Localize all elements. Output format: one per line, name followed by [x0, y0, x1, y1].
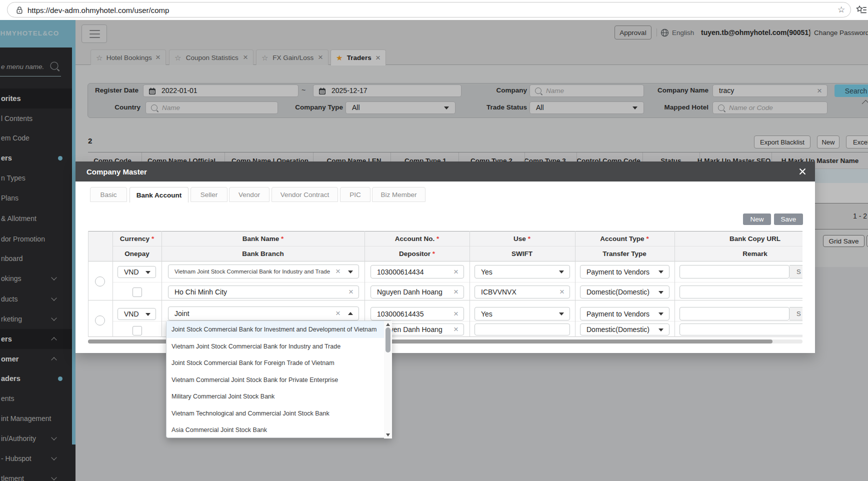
select-value: Payment to Vendors: [586, 310, 650, 318]
grid-header-currency: Currency *: [120, 235, 154, 242]
scrollbar-thumb[interactable]: [386, 328, 390, 352]
clear-icon[interactable]: ×: [454, 326, 458, 334]
dropdown-option[interactable]: Vietnam Commercial Joint Stock Bank for …: [166, 372, 384, 388]
required-marker: *: [528, 235, 530, 242]
url-search-button[interactable]: S: [790, 307, 802, 320]
grid-header-transfer_type: Transfer Type: [602, 250, 646, 258]
modal-tab-basic[interactable]: Basic: [90, 187, 127, 202]
close-icon[interactable]: [798, 168, 806, 176]
swift-input[interactable]: [474, 324, 570, 336]
header-text: Onepay: [124, 250, 150, 258]
dropdown-option[interactable]: Asia Commercial Joint Stock Bank: [166, 422, 384, 438]
grid-line: [112, 246, 802, 246]
bank-copy-url-input[interactable]: [680, 265, 790, 278]
dropdown-option[interactable]: Vietnam Technological and Commercial Joi…: [166, 405, 384, 422]
input-value: ICBVVNVX: [481, 288, 516, 296]
modal-save-button[interactable]: Save: [774, 214, 803, 225]
input-value: Ho Chi Minh City: [174, 288, 227, 296]
dropdown-scrollbar[interactable]: [384, 321, 392, 438]
modal-tab-seller[interactable]: Seller: [190, 187, 228, 202]
select-value: Domestic(Domestic): [586, 288, 650, 296]
modal-tab-vendor-contract[interactable]: Vendor Contract: [272, 187, 338, 202]
row-radio[interactable]: [95, 316, 105, 326]
header-text: SWIFT: [512, 250, 532, 258]
clear-icon[interactable]: ×: [560, 288, 564, 296]
url-search-button[interactable]: S: [790, 265, 802, 278]
account-type-select[interactable]: Payment to Vendors: [580, 307, 670, 320]
url-text[interactable]: https://dev-adm.ohmyhotel.com/user/comp: [28, 6, 169, 15]
header-text: Account No.: [395, 235, 435, 242]
swift-input[interactable]: ICBVVNVX×: [474, 286, 570, 298]
dropdown-option[interactable]: Joint Stock Commercial Bank for Investme…: [166, 321, 384, 338]
grid-header-bank_branch: Bank Branch: [242, 250, 284, 258]
currency-select[interactable]: VND: [118, 266, 156, 278]
bookmark-star-icon[interactable]: ☆: [838, 4, 845, 16]
modal-tab-bank-account[interactable]: Bank Account: [130, 187, 188, 202]
bank-copy-url-input[interactable]: [680, 307, 790, 320]
grid-header-bank_name: Bank Name *: [242, 235, 284, 242]
select-value: Payment to Vendors: [586, 268, 650, 276]
caret-down-icon: [658, 312, 664, 316]
address-bar[interactable]: https://dev-adm.ohmyhotel.com/user/comp …: [7, 2, 851, 18]
grid-column-border: [88, 231, 88, 337]
grid-line: [112, 282, 802, 282]
dropdown-option[interactable]: Joint Stock Commercial Bank for Foreign …: [166, 354, 384, 372]
use-select[interactable]: Yes: [474, 307, 570, 320]
browser-toolbar: https://dev-adm.ohmyhotel.com/user/comp …: [0, 0, 868, 20]
modal-new-button[interactable]: New: [743, 214, 771, 225]
grid-header-account_type: Account Type *: [600, 235, 648, 242]
combo-query: Joint: [174, 310, 190, 318]
grid-header-depositor: Depositor *: [399, 250, 435, 258]
account-type-select[interactable]: Payment to Vendors: [580, 265, 670, 278]
grid-header-use: Use *: [514, 235, 530, 242]
remark-input[interactable]: [680, 324, 802, 336]
clear-icon[interactable]: ×: [454, 288, 458, 296]
onepay-checkbox[interactable]: [132, 288, 142, 297]
bank-name-combo-open[interactable]: Joint×: [168, 306, 359, 320]
clear-icon[interactable]: ×: [454, 310, 458, 318]
transfer-type-select[interactable]: Domestic(Domestic): [580, 324, 670, 336]
scroll-down-icon[interactable]: [386, 434, 390, 436]
currency-select[interactable]: VND: [118, 308, 156, 320]
modal-tab-vendor[interactable]: Vendor: [229, 187, 270, 202]
row-radio[interactable]: [95, 276, 105, 286]
select-value: VND: [124, 310, 139, 318]
header-text: Transfer Type: [602, 250, 646, 258]
grid-header-bank_copy_url: Bank Copy URL: [730, 235, 780, 242]
bank-name-combo[interactable]: Vietnam Joint Stock Commercial Bank for …: [168, 264, 359, 278]
modal-tab-pic[interactable]: PIC: [340, 187, 370, 202]
grid-line: [88, 300, 802, 300]
scroll-up-icon[interactable]: [386, 323, 390, 326]
modal-tab-biz-member[interactable]: Biz Member: [372, 187, 426, 202]
modal-header: Company Master: [76, 162, 815, 182]
header-text: Remark: [742, 250, 768, 258]
caret-down-icon: [146, 313, 150, 316]
grid-top-border: [88, 231, 802, 232]
clear-icon[interactable]: ×: [348, 288, 354, 296]
input-value: Nguyen Danh Hoang: [377, 288, 442, 296]
dropdown-option[interactable]: Vietnam Joint Stock Commercial Bank for …: [166, 338, 384, 355]
account-no-input[interactable]: 103000614434×: [370, 265, 464, 278]
clear-icon[interactable]: ×: [336, 310, 340, 318]
dropdown-option[interactable]: Military Commercial Joint Stock Bank: [166, 388, 384, 405]
bank-branch-input[interactable]: Ho Chi Minh City×: [168, 286, 359, 298]
use-select[interactable]: Yes: [474, 265, 570, 278]
header-text: Depositor: [399, 250, 430, 258]
header-text: Bank Name: [242, 235, 280, 242]
clear-icon[interactable]: ×: [454, 268, 458, 276]
account-no-input[interactable]: 103000614435×: [370, 307, 464, 320]
grid-header-swift: SWIFT: [512, 250, 532, 258]
clear-icon[interactable]: ×: [336, 268, 340, 276]
input-value: 103000614435: [377, 310, 424, 318]
header-text: Bank Branch: [242, 250, 284, 258]
required-marker: *: [436, 235, 439, 242]
caret-down-icon: [658, 291, 664, 294]
onepay-checkbox[interactable]: [132, 326, 142, 336]
favorites-list-icon[interactable]: [856, 5, 866, 15]
bank-name-dropdown: Joint Stock Commercial Bank for Investme…: [166, 320, 392, 438]
depositor-input[interactable]: Nguyen Danh Hoang×: [370, 286, 464, 298]
remark-input[interactable]: [680, 286, 802, 298]
required-marker: *: [646, 235, 648, 242]
transfer-type-select[interactable]: Domestic(Domestic): [580, 286, 670, 298]
lock-icon: [16, 6, 24, 14]
